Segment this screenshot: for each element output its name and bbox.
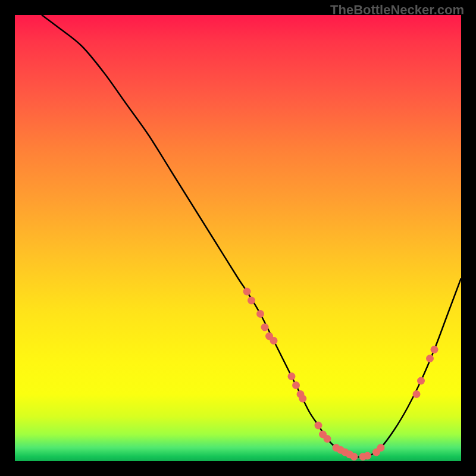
data-point xyxy=(292,381,300,389)
data-point xyxy=(377,444,385,452)
plot-area xyxy=(15,15,461,461)
data-point xyxy=(261,324,269,331)
data-point xyxy=(315,422,322,430)
data-point xyxy=(350,453,358,461)
watermark-text: TheBottleNecker.com xyxy=(330,2,464,18)
data-markers xyxy=(243,288,439,461)
data-point xyxy=(299,395,306,403)
data-point xyxy=(364,452,371,460)
data-point xyxy=(426,355,434,362)
data-point xyxy=(270,337,278,345)
data-point xyxy=(413,390,421,398)
data-point xyxy=(431,346,439,353)
data-point xyxy=(324,435,331,443)
data-point xyxy=(243,288,251,296)
data-point xyxy=(288,372,296,380)
chart-container: TheBottleNecker.com xyxy=(0,0,476,476)
data-point xyxy=(248,297,255,305)
bottleneck-curve xyxy=(42,15,461,457)
data-point xyxy=(417,377,425,385)
curve-overlay xyxy=(15,15,461,461)
data-point xyxy=(256,310,264,318)
